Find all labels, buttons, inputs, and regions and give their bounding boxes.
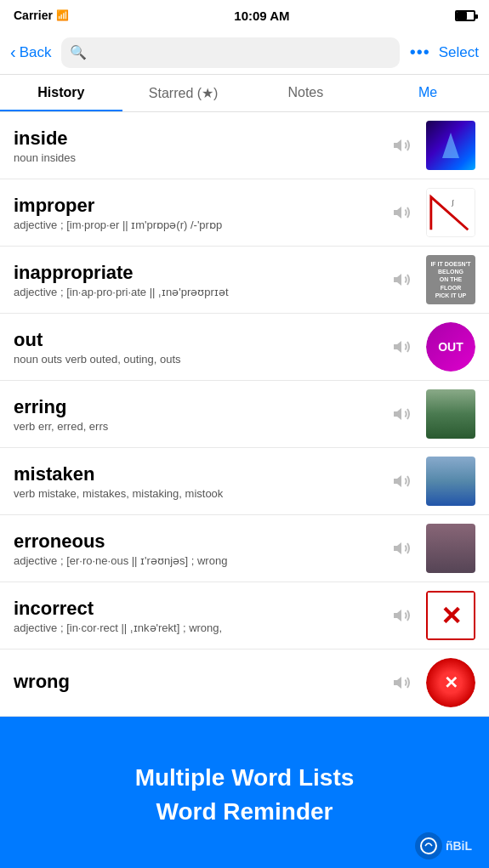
word-item-erroneous[interactable]: erroneous adjective ; [er·ro·ne·ous || ɪ… (0, 515, 489, 582)
word-item-inside[interactable]: inside noun insides (0, 112, 489, 179)
sound-icon[interactable] (387, 264, 418, 295)
word-item-erring[interactable]: erring verb err, erred, errs (0, 381, 489, 448)
sound-icon[interactable] (387, 197, 418, 228)
word-list: inside noun insides improper adjective ;… (0, 112, 489, 717)
tab-starred[interactable]: Starred (★) (122, 75, 245, 111)
search-icon: 🔍 (70, 44, 87, 60)
word-content: wrong (14, 671, 387, 695)
battery-indicator (455, 10, 475, 21)
sound-icon[interactable] (387, 332, 418, 362)
word-image: OUT (426, 322, 475, 372)
search-bar[interactable]: 🔍 (61, 37, 399, 68)
word-image (426, 524, 475, 573)
word-title: inside (14, 128, 387, 150)
time-display: 10:09 AM (234, 9, 289, 23)
carrier-text: Carrier 📶 (14, 9, 69, 22)
word-title: erroneous (14, 530, 387, 553)
nav-actions: ••• Select (410, 43, 479, 62)
back-label: Back (20, 44, 52, 61)
word-image: ∫ (426, 188, 475, 237)
tab-history[interactable]: History (0, 75, 122, 111)
word-image: ✕ (426, 591, 475, 640)
word-actions: ∫ (387, 188, 475, 237)
word-image: IF IT DOESN'TBELONGON THEFLOORPICK IT UP (426, 255, 475, 304)
word-content: erroneous adjective ; [er·ro·ne·ous || ɪ… (14, 530, 387, 567)
word-image (426, 121, 475, 170)
word-content: inappropriate adjective ; [in·ap·pro·pri… (14, 262, 387, 298)
word-title: erring (14, 396, 387, 418)
svg-marker-9 (394, 610, 401, 621)
word-image (426, 389, 475, 439)
sound-icon[interactable] (387, 130, 418, 161)
tab-me[interactable]: Me (367, 75, 489, 111)
word-definition: noun outs verb outed, outing, outs (14, 353, 277, 366)
word-definition: noun insides (14, 151, 277, 164)
svg-marker-6 (394, 408, 401, 420)
nav-bar: ‹ Back 🔍 ••• Select (0, 31, 489, 75)
word-actions (387, 121, 475, 170)
word-actions (387, 524, 475, 573)
word-content: improper adjective ; [im·prop·er || ɪm'p… (14, 195, 387, 231)
word-definition: adjective ; [im·prop·er || ɪm'prɒpə(r) /… (14, 218, 277, 231)
word-item-wrong[interactable]: wrong ✕ (0, 650, 489, 717)
word-definition: adjective ; [in·cor·rect || ˌɪnkə'rekt] … (14, 621, 277, 634)
word-actions (387, 457, 475, 506)
svg-marker-5 (394, 341, 401, 353)
word-item-mistaken[interactable]: mistaken verb mistake, mistakes, mistaki… (0, 448, 489, 515)
word-actions (387, 389, 475, 439)
sound-icon[interactable] (387, 667, 418, 698)
word-image (426, 457, 475, 506)
svg-point-11 (421, 838, 436, 854)
more-button[interactable]: ••• (410, 43, 430, 62)
word-definition: verb err, erred, errs (14, 420, 277, 433)
word-actions: ✕ (387, 658, 475, 707)
sound-icon[interactable] (387, 399, 418, 429)
word-title: out (14, 329, 387, 351)
logo-icon (415, 832, 442, 859)
svg-marker-7 (394, 475, 401, 487)
word-item-improper[interactable]: improper adjective ; [im·prop·er || ɪm'p… (0, 179, 489, 247)
word-item-inappropriate[interactable]: inappropriate adjective ; [in·ap·pro·pri… (0, 247, 489, 314)
back-chevron-icon: ‹ (10, 43, 16, 62)
bottom-banner: Multiple Word Lists Word Reminder ñBiL (0, 717, 489, 868)
tab-notes[interactable]: Notes (245, 75, 367, 111)
word-content: out noun outs verb outed, outing, outs (14, 329, 387, 366)
select-button[interactable]: Select (439, 44, 479, 61)
sound-icon[interactable] (387, 533, 418, 564)
word-content: incorrect adjective ; [in·cor·rect || ˌɪ… (14, 598, 387, 634)
banner-title-line2: Word Reminder (156, 797, 333, 827)
word-content: mistaken verb mistake, mistakes, mistaki… (14, 463, 387, 500)
word-content: erring verb err, erred, errs (14, 396, 387, 433)
back-button[interactable]: ‹ Back (10, 43, 51, 62)
word-item-incorrect[interactable]: incorrect adjective ; [in·cor·rect || ˌɪ… (0, 582, 489, 650)
word-title: wrong (14, 671, 387, 693)
word-item-out[interactable]: out noun outs verb outed, outing, outs O… (0, 314, 489, 381)
svg-marker-1 (394, 207, 401, 218)
word-title: mistaken (14, 463, 387, 485)
word-definition: adjective ; [in·ap·pro·pri·ate || ˌɪnə'p… (14, 286, 277, 298)
word-definition: verb mistake, mistakes, mistaking, misto… (14, 487, 277, 500)
word-definition: adjective ; [er·ro·ne·ous || ɪ'rəʊnjəs] … (14, 554, 277, 567)
wifi-icon: 📶 (56, 9, 69, 21)
word-title: inappropriate (14, 262, 387, 284)
sound-icon[interactable] (387, 600, 418, 631)
banner-logo: ñBiL (415, 832, 472, 859)
sound-icon[interactable] (387, 466, 418, 496)
word-title: incorrect (14, 598, 387, 620)
banner-title-line1: Multiple Word Lists (135, 763, 355, 793)
word-actions: IF IT DOESN'TBELONGON THEFLOORPICK IT UP (387, 255, 475, 304)
svg-marker-0 (394, 139, 401, 151)
svg-marker-10 (394, 677, 401, 689)
word-actions: ✕ (387, 591, 475, 640)
word-actions: OUT (387, 322, 475, 372)
word-title: improper (14, 195, 387, 217)
word-image: ✕ (426, 658, 475, 707)
tab-bar: History Starred (★) Notes Me (0, 75, 489, 112)
svg-marker-4 (394, 274, 401, 286)
logo-text: ñBiL (446, 839, 472, 853)
svg-marker-8 (394, 542, 401, 554)
word-content: inside noun insides (14, 128, 387, 164)
status-bar: Carrier 📶 10:09 AM (0, 0, 489, 31)
